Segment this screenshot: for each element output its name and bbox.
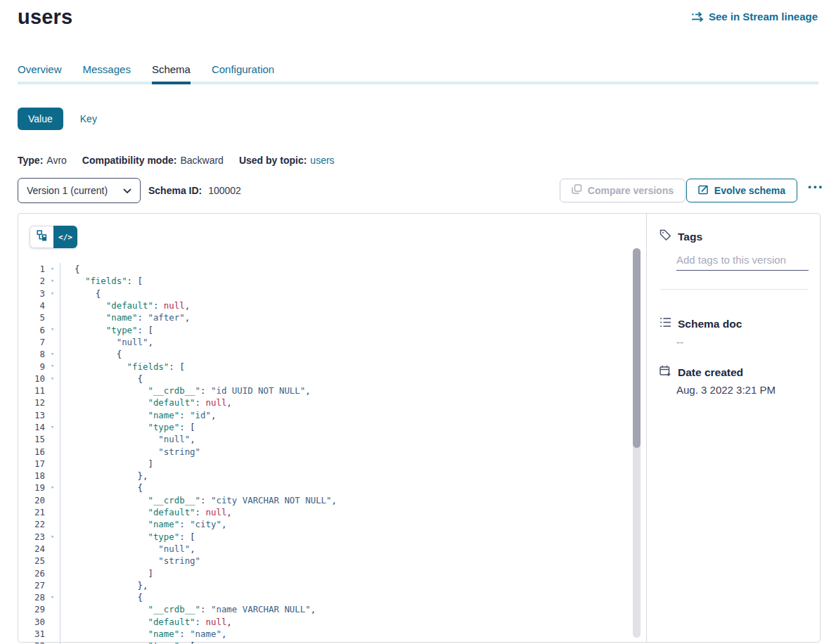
code-token: , xyxy=(185,300,190,311)
compare-versions-label: Compare versions xyxy=(588,185,674,196)
collapse-caret-icon[interactable]: ▾ xyxy=(45,263,60,275)
collapse-caret-icon[interactable]: ▾ xyxy=(45,482,60,494)
compare-versions-button[interactable]: Compare versions xyxy=(560,179,686,202)
collapse-caret-icon[interactable]: ▾ xyxy=(45,640,60,644)
version-select[interactable]: Version 1 (current) xyxy=(18,178,141,203)
code-line: 29 "__crdb__": "name VARCHAR NULL", xyxy=(18,603,623,615)
code-text: "string" xyxy=(60,445,200,457)
code-view-button[interactable]: </> xyxy=(53,226,77,248)
add-tags-input[interactable] xyxy=(676,252,809,271)
code-text: "type": [ xyxy=(60,421,195,433)
code-token: "default" xyxy=(148,507,195,517)
line-number: 20 xyxy=(18,495,45,505)
evolve-schema-button[interactable]: Evolve schema xyxy=(686,179,797,202)
line-number: 8 xyxy=(18,349,45,359)
tab-messages[interactable]: Messages xyxy=(83,63,131,84)
code-token: "name" xyxy=(148,629,179,639)
code-text: "null", xyxy=(60,433,195,445)
code-token: : xyxy=(200,495,211,505)
code-token: "type" xyxy=(148,532,179,542)
more-options-button[interactable]: ••• xyxy=(808,181,824,192)
code-text: "__crdb__": "name VARCHAR NULL", xyxy=(60,603,316,615)
meta-item: Compatibility mode:Backward xyxy=(82,155,224,166)
meta-value: Backward xyxy=(180,155,223,166)
line-number: 14 xyxy=(18,422,45,432)
code-token: : [ xyxy=(179,422,195,432)
code-scrollbar-track[interactable] xyxy=(633,248,641,638)
code-token: : xyxy=(195,397,206,408)
tab-schema[interactable]: Schema xyxy=(152,63,191,84)
collapse-caret-icon[interactable]: ▾ xyxy=(45,323,60,335)
code-text: "__crdb__": "city VARCHAR NOT NULL", xyxy=(60,494,337,506)
code-text: "type": [ xyxy=(60,531,195,543)
code-token: , xyxy=(221,629,226,639)
code-token: { xyxy=(138,592,143,603)
line-number: 12 xyxy=(18,397,45,408)
date-created-value: Aug. 3 2022 3:21 PM xyxy=(676,384,776,396)
collapse-caret-icon[interactable]: ▾ xyxy=(45,531,60,543)
code-text: "fields": [ xyxy=(60,275,143,287)
tags-heading-label: Tags xyxy=(678,231,702,243)
value-tab-button[interactable]: Value xyxy=(18,108,63,130)
line-number: 27 xyxy=(18,580,45,591)
code-token: : xyxy=(153,300,164,311)
code-text: "default": null, xyxy=(60,397,232,408)
code-line: 4 "default": null, xyxy=(18,300,623,311)
collapse-caret-icon[interactable]: ▾ xyxy=(45,348,60,360)
code-text: ] xyxy=(60,458,153,470)
code-token: null xyxy=(164,300,185,311)
code-token: }, xyxy=(138,470,148,481)
collapse-caret-icon[interactable]: ▾ xyxy=(45,421,60,433)
code-token: : xyxy=(179,410,190,420)
code-token: "string" xyxy=(158,446,200,457)
line-number: 13 xyxy=(18,410,45,420)
view-mode-toggle: </> xyxy=(30,226,77,248)
version-select-value: Version 1 (current) xyxy=(27,185,108,196)
code-text: "string" xyxy=(60,555,200,567)
tree-view-icon xyxy=(37,230,48,244)
code-token: "default" xyxy=(148,617,195,627)
code-token: , xyxy=(185,312,190,323)
tab-configuration[interactable]: Configuration xyxy=(212,63,274,84)
stream-lineage-link[interactable]: See in Stream lineage xyxy=(691,11,818,22)
code-line: 13 "name": "id", xyxy=(18,409,623,421)
line-number: 1 xyxy=(18,264,45,274)
key-tab-button[interactable]: Key xyxy=(80,113,97,124)
meta-label: Used by topic: xyxy=(239,155,307,166)
code-token: , xyxy=(226,617,231,627)
code-token: , xyxy=(305,385,310,396)
line-number: 23 xyxy=(18,532,45,542)
code-line: 31 "name": "name", xyxy=(18,628,623,640)
schema-code-editor[interactable]: 1▾{2▾ "fields": [3▾ {4 "default": null,5… xyxy=(18,263,623,644)
code-line: 18 }, xyxy=(18,470,623,482)
line-number: 3 xyxy=(18,288,45,299)
code-token: "null" xyxy=(117,337,148,347)
code-text: "null", xyxy=(60,336,153,348)
tree-view-button[interactable] xyxy=(30,226,53,248)
collapse-caret-icon[interactable]: ▾ xyxy=(45,591,60,603)
collapse-caret-icon[interactable]: ▾ xyxy=(45,275,60,287)
code-line: 25 "string" xyxy=(18,555,623,567)
line-number: 29 xyxy=(18,604,45,614)
code-line: 8▾ { xyxy=(18,348,623,360)
code-token: "null" xyxy=(158,434,190,444)
collapse-caret-icon[interactable]: ▾ xyxy=(45,373,60,385)
tab-overview[interactable]: Overview xyxy=(18,63,62,84)
tag-icon xyxy=(660,229,671,244)
line-number: 32 xyxy=(18,640,45,644)
collapse-caret-icon[interactable]: ▾ xyxy=(45,288,60,300)
code-line: 5 "name": "after", xyxy=(18,311,623,323)
code-token: "type" xyxy=(106,325,138,335)
line-number: 16 xyxy=(18,446,45,457)
topic-link[interactable]: users xyxy=(310,155,334,166)
code-line: 26 ] xyxy=(18,567,623,579)
collapse-caret-icon[interactable]: ▾ xyxy=(45,360,60,372)
code-scrollbar-thumb[interactable] xyxy=(633,248,641,448)
code-token: "default" xyxy=(148,397,195,408)
line-number: 9 xyxy=(18,361,45,372)
line-number: 2 xyxy=(18,276,45,286)
code-token: null xyxy=(206,507,227,517)
code-token: , xyxy=(226,397,231,408)
code-token: "id UUID NOT NULL" xyxy=(211,385,305,396)
code-token: : xyxy=(195,507,206,517)
